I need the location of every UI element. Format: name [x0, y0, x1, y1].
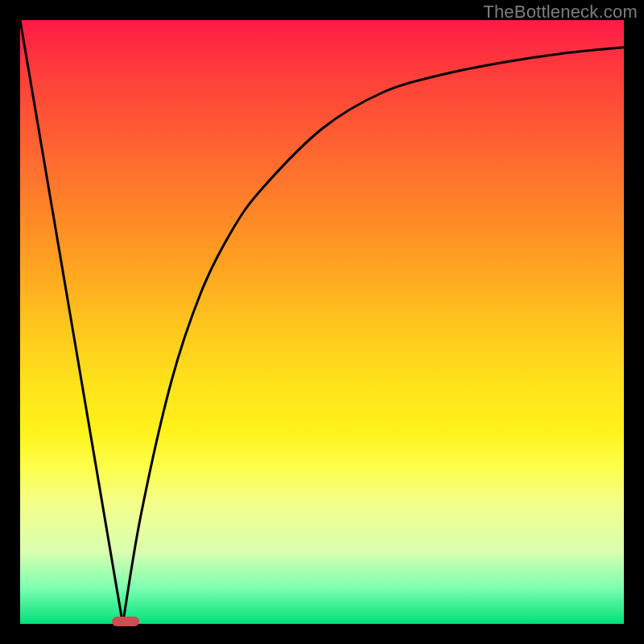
curve-layer [20, 20, 624, 624]
bottleneck-marker [112, 617, 139, 626]
chart-container: TheBottleneck.com [0, 0, 644, 644]
plot-area [20, 20, 624, 624]
left-line [20, 20, 123, 624]
right-curve [123, 47, 625, 624]
